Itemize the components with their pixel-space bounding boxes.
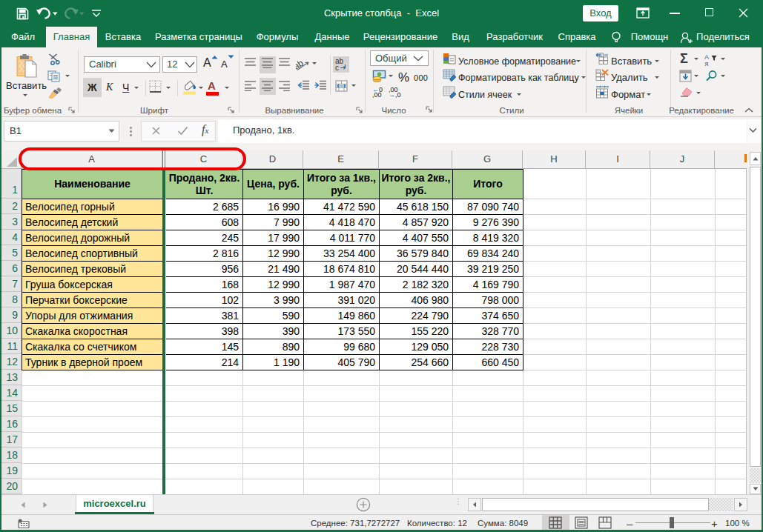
svg-text:c: c: [335, 64, 339, 71]
svg-text:я: я: [705, 60, 709, 67]
